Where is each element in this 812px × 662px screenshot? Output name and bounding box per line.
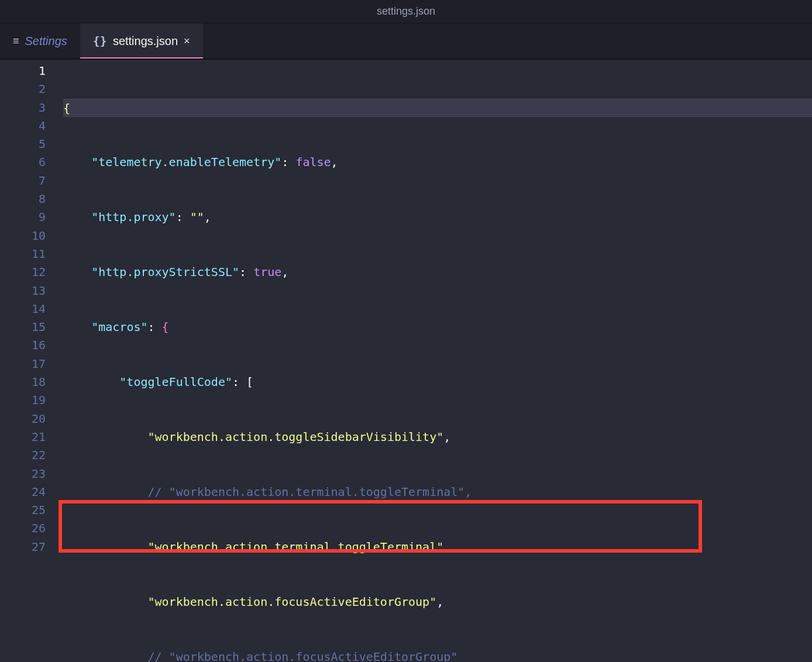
- line-number: 25: [0, 501, 46, 519]
- line-number: 27: [0, 538, 46, 556]
- line-number: 7: [0, 172, 46, 190]
- line-number: 23: [0, 465, 46, 483]
- line-number: 21: [0, 428, 46, 446]
- line-number: 10: [0, 227, 46, 245]
- line-number: 14: [0, 300, 46, 318]
- code-line: "macros": {: [63, 318, 812, 336]
- code-line: "workbench.action.focusActiveEditorGroup…: [63, 593, 812, 611]
- line-number: 20: [0, 410, 46, 428]
- line-number: 9: [0, 208, 46, 226]
- code-line: "workbench.action.terminal.toggleTermina…: [63, 538, 812, 556]
- code-area[interactable]: { "telemetry.enableTelemetry": false, "h…: [63, 60, 812, 662]
- line-number: 8: [0, 190, 46, 208]
- line-number: 26: [0, 519, 46, 537]
- line-number: 22: [0, 446, 46, 464]
- line-number: 5: [0, 135, 46, 153]
- line-number: 6: [0, 153, 46, 171]
- title-text: settings.json: [377, 5, 435, 18]
- code-line: "telemetry.enableTelemetry": false,: [63, 153, 812, 171]
- line-number: 24: [0, 483, 46, 501]
- line-number: 2: [0, 80, 46, 98]
- code-line: // "workbench.action.terminal.toggleTerm…: [63, 483, 812, 501]
- close-icon[interactable]: ×: [184, 35, 190, 47]
- line-number: 16: [0, 336, 46, 354]
- line-number: 18: [0, 373, 46, 391]
- tab-settings[interactable]: ≡ Settings: [0, 23, 80, 58]
- json-icon: {}: [93, 34, 107, 48]
- line-number: 3: [0, 99, 46, 117]
- line-number: 4: [0, 117, 46, 135]
- code-line: {: [63, 99, 812, 117]
- tab-json-label: settings.json: [113, 35, 178, 48]
- code-line: "http.proxyStrictSSL": true,: [63, 263, 812, 281]
- settings-icon: ≡: [13, 35, 19, 47]
- editor[interactable]: 1 2 3 4 5 6 7 8 9 10 11 12 13 14 15 16 1…: [0, 60, 812, 662]
- line-number: 1: [0, 62, 46, 80]
- line-number: 12: [0, 263, 46, 281]
- tab-bar: ≡ Settings {} settings.json ×: [0, 23, 812, 58]
- tab-settings-label: Settings: [25, 35, 67, 48]
- code-line: // "workbench.action.focusActiveEditorGr…: [63, 648, 812, 663]
- code-line: "workbench.action.toggleSidebarVisibilit…: [63, 428, 812, 446]
- line-number: 17: [0, 355, 46, 373]
- line-number: 19: [0, 391, 46, 409]
- code-line: "toggleFullCode": [: [63, 373, 812, 391]
- code-line: "http.proxy": "",: [63, 208, 812, 226]
- line-gutter: 1 2 3 4 5 6 7 8 9 10 11 12 13 14 15 16 1…: [0, 60, 63, 662]
- line-number: 15: [0, 318, 46, 336]
- tab-settings-json[interactable]: {} settings.json ×: [80, 23, 203, 58]
- line-number: 13: [0, 282, 46, 300]
- line-number: 11: [0, 245, 46, 263]
- window-title: settings.json: [0, 0, 812, 23]
